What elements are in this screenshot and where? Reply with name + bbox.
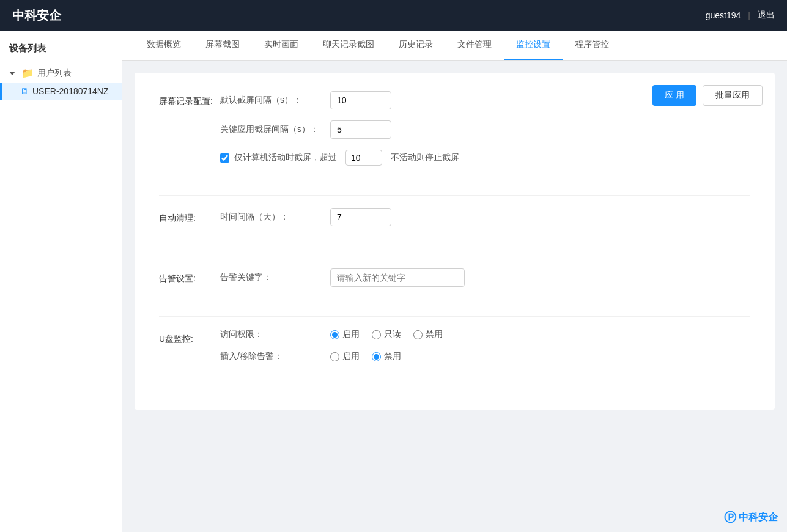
alert-label: 告警设置:	[159, 268, 220, 298]
clean-interval-row: 时间间隔（天）：	[220, 208, 750, 226]
monitor-icon: 🖥	[20, 86, 29, 96]
main-layout: 设备列表 📁 用户列表 🖥 USER-20180714NZ 数据概览 屏幕截图 …	[0, 31, 787, 532]
header: 中科安企 guest194 | 退出	[0, 0, 787, 31]
access-enable-radio[interactable]	[330, 330, 339, 339]
sidebar: 设备列表 📁 用户列表 🖥 USER-20180714NZ	[0, 31, 122, 532]
insert-enable-radio[interactable]	[330, 352, 339, 361]
chevron-down-icon	[9, 72, 15, 75]
insert-alert-row: 插入/移除告警： 启用 禁用	[220, 351, 750, 362]
logout-button[interactable]: 退出	[758, 10, 775, 21]
footer-logo: Ⓟ 中科安企	[724, 509, 778, 526]
auto-clean-section: 自动清理: 时间间隔（天）：	[159, 208, 750, 237]
default-interval-input[interactable]	[330, 91, 391, 109]
access-radio-group: 启用 只读 禁用	[330, 329, 443, 340]
access-readonly-label: 只读	[384, 329, 401, 340]
insert-enable-item[interactable]: 启用	[330, 351, 360, 362]
tab-realtime[interactable]: 实时画面	[252, 31, 311, 60]
page-content: 应 用 批量应用 屏幕记录配置: 默认截屏间隔（s）： 关键应用截	[122, 61, 787, 532]
folder-icon: 📁	[21, 67, 34, 79]
access-enable-item[interactable]: 启用	[330, 329, 360, 340]
auto-clean-label: 自动清理:	[159, 208, 220, 237]
insert-disable-label: 禁用	[384, 351, 401, 362]
sidebar-folder[interactable]: 📁 用户列表	[0, 64, 122, 83]
default-interval-label: 默认截屏间隔（s）：	[220, 95, 330, 106]
access-readonly-radio[interactable]	[372, 330, 381, 339]
key-interval-input[interactable]	[330, 120, 391, 139]
active-only-input[interactable]	[345, 150, 382, 166]
access-disable-radio[interactable]	[413, 330, 423, 339]
footer-logo-icon: Ⓟ	[724, 509, 736, 526]
sidebar-device-item[interactable]: 🖥 USER-20180714NZ	[0, 83, 122, 100]
active-only-label-prefix: 仅计算机活动时截屏，超过	[234, 152, 337, 163]
tab-program[interactable]: 程序管控	[563, 31, 621, 60]
insert-alert-radio-group: 启用 禁用	[330, 351, 401, 362]
alert-section: 告警设置: 告警关键字：	[159, 268, 750, 298]
access-disable-item[interactable]: 禁用	[413, 329, 443, 340]
settings-card: 应 用 批量应用 屏幕记录配置: 默认截屏间隔（s）： 关键应用截	[135, 73, 775, 410]
clean-interval-input[interactable]	[330, 208, 391, 226]
insert-alert-label: 插入/移除告警：	[220, 351, 330, 362]
clean-interval-label: 时间间隔（天）：	[220, 212, 330, 223]
active-only-label-suffix: 不活动则停止截屏	[391, 152, 459, 163]
access-row: 访问权限： 启用 只读	[220, 329, 750, 340]
divider-3	[159, 316, 750, 317]
screen-record-label: 屏幕记录配置:	[159, 91, 220, 177]
access-readonly-item[interactable]: 只读	[372, 329, 401, 340]
tab-files[interactable]: 文件管理	[445, 31, 504, 60]
batch-apply-button[interactable]: 批量应用	[703, 85, 763, 106]
tab-overview[interactable]: 数据概览	[135, 31, 193, 60]
insert-disable-item[interactable]: 禁用	[372, 351, 401, 362]
header-divider: |	[748, 10, 750, 20]
header-user-area: guest194 | 退出	[706, 10, 775, 21]
folder-label: 用户列表	[37, 68, 72, 79]
username-label: guest194	[706, 10, 741, 20]
device-label: USER-20180714NZ	[32, 86, 109, 96]
alert-content: 告警关键字：	[220, 268, 750, 298]
tab-chat[interactable]: 聊天记录截图	[311, 31, 386, 60]
tab-monitor[interactable]: 监控设置	[504, 31, 563, 60]
access-enable-label: 启用	[342, 329, 360, 340]
keyword-label: 告警关键字：	[220, 272, 330, 283]
content-area: 数据概览 屏幕截图 实时画面 聊天记录截图 历史记录 文件管理 监控设置 程序管…	[122, 31, 787, 532]
active-only-row: 仅计算机活动时截屏，超过 不活动则停止截屏	[220, 150, 750, 166]
footer-logo-text: 中科安企	[739, 511, 778, 524]
auto-clean-content: 时间间隔（天）：	[220, 208, 750, 237]
keyword-input[interactable]	[330, 268, 465, 287]
tab-history[interactable]: 历史记录	[386, 31, 445, 60]
tab-screenshot[interactable]: 屏幕截图	[193, 31, 252, 60]
divider-2	[159, 256, 750, 256]
access-disable-label: 禁用	[426, 329, 443, 340]
usb-content: 访问权限： 启用 只读	[220, 329, 750, 373]
key-interval-label: 关键应用截屏间隔（s）：	[220, 124, 330, 135]
usb-label: U盘监控:	[159, 329, 220, 373]
insert-disable-radio[interactable]	[372, 352, 381, 361]
sidebar-title: 设备列表	[0, 37, 122, 64]
key-interval-row: 关键应用截屏间隔（s）：	[220, 120, 750, 139]
app-logo: 中科安企	[12, 7, 61, 24]
access-label: 访问权限：	[220, 329, 330, 340]
divider-1	[159, 195, 750, 196]
nav-tabs: 数据概览 屏幕截图 实时画面 聊天记录截图 历史记录 文件管理 监控设置 程序管…	[122, 31, 787, 61]
apply-button[interactable]: 应 用	[652, 85, 696, 106]
insert-enable-label: 启用	[342, 351, 360, 362]
active-only-checkbox[interactable]	[220, 153, 229, 163]
card-actions: 应 用 批量应用	[652, 85, 763, 106]
keyword-row: 告警关键字：	[220, 268, 750, 287]
usb-section: U盘监控: 访问权限： 启用	[159, 329, 750, 373]
